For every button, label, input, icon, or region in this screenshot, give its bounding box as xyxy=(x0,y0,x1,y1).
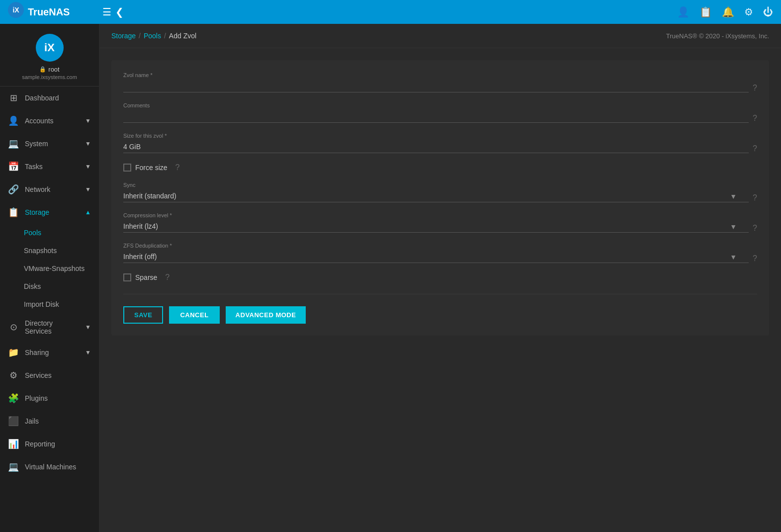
dedup-field: ZFS Deduplication * Inherit (off) On Off… xyxy=(123,243,757,263)
accounts-expand-icon: ▼ xyxy=(85,117,91,124)
zvol-name-label: Zvol name * xyxy=(123,72,749,78)
power-icon[interactable]: ⏻ xyxy=(763,6,773,18)
size-field: Size for this zvol * ? xyxy=(123,133,757,153)
accounts-icon: 👤 xyxy=(8,115,19,126)
sidebar-item-import-disk[interactable]: Import Disk xyxy=(0,295,99,313)
sync-label: Sync xyxy=(123,182,749,188)
compression-label: Compression level * xyxy=(123,212,749,218)
breadcrumb-sep-1: / xyxy=(139,32,141,40)
compression-field: Compression level * Inherit (lz4) Off lz… xyxy=(123,212,757,233)
tasks-expand-icon: ▼ xyxy=(85,163,91,170)
sidebar-item-plugins[interactable]: 🧩 Plugins xyxy=(0,387,99,410)
jails-icon: ⬛ xyxy=(8,416,19,427)
plugins-icon: 🧩 xyxy=(8,393,19,404)
topbar-icons: 👤 📋 🔔 ⚙ ⏻ xyxy=(677,6,773,18)
hamburger-button[interactable]: ☰ xyxy=(102,6,111,18)
sidebar-item-pools[interactable]: Pools xyxy=(0,224,99,242)
storage-icon: 📋 xyxy=(8,207,19,218)
breadcrumb-current: Add Zvol xyxy=(169,32,196,40)
dedup-label: ZFS Deduplication * xyxy=(123,243,749,249)
sidebar: iX 🔒 root sample.ixsystems.com ⊞ Dashboa… xyxy=(0,24,99,532)
sidebar-item-services[interactable]: ⚙ Services xyxy=(0,364,99,387)
directory-expand-icon: ▼ xyxy=(85,324,91,331)
add-zvol-form: Zvol name * ? Comments ? xyxy=(111,60,769,336)
system-icon: 💻 xyxy=(8,138,19,149)
sync-field: Sync Inherit (standard) Standard Always … xyxy=(123,182,757,202)
form-actions: SAVE CANCEL ADVANCED MODE xyxy=(123,306,757,324)
sidebar-item-dashboard[interactable]: ⊞ Dashboard xyxy=(0,87,99,109)
user-icon[interactable]: 👤 xyxy=(677,6,690,18)
system-expand-icon: ▼ xyxy=(85,140,91,147)
sidebar-item-sharing[interactable]: 📁 Sharing ▼ xyxy=(0,341,99,364)
sparse-help-icon[interactable]: ? xyxy=(165,273,170,282)
advanced-mode-button[interactable]: ADVANCED MODE xyxy=(226,306,306,324)
sharing-icon: 📁 xyxy=(8,347,19,358)
dedup-help-icon[interactable]: ? xyxy=(753,254,757,263)
main-content: Storage / Pools / Add Zvol TrueNAS® © 20… xyxy=(99,24,781,532)
directory-icon: ⊙ xyxy=(8,322,19,333)
sidebar-item-vmware-snapshots[interactable]: VMware-Snapshots xyxy=(0,260,99,277)
dedup-select[interactable]: Inherit (off) On Off Verify xyxy=(123,251,749,263)
sidebar-item-tasks[interactable]: 📅 Tasks ▼ xyxy=(0,155,99,178)
profile-name: 🔒 root xyxy=(39,66,59,73)
sidebar-item-virtual-machines[interactable]: 💻 Virtual Machines xyxy=(0,455,99,478)
breadcrumb-pools[interactable]: Pools xyxy=(144,32,161,40)
comments-label: Comments xyxy=(123,102,749,108)
sparse-row: Sparse ? xyxy=(123,273,757,282)
zvol-name-help-icon[interactable]: ? xyxy=(753,84,757,92)
sharing-expand-icon: ▼ xyxy=(85,349,91,356)
network-expand-icon: ▼ xyxy=(85,186,91,193)
sparse-label: Sparse xyxy=(135,273,157,281)
sidebar-item-accounts[interactable]: 👤 Accounts ▼ xyxy=(0,109,99,132)
logo-icon: iX xyxy=(8,2,24,18)
save-button[interactable]: SAVE xyxy=(123,306,163,324)
compression-help-icon[interactable]: ? xyxy=(753,224,757,233)
size-help-icon[interactable]: ? xyxy=(753,144,757,153)
app-name: TrueNAS xyxy=(28,6,70,18)
comments-help-icon[interactable]: ? xyxy=(753,114,757,123)
user-profile: iX 🔒 root sample.ixsystems.com xyxy=(0,24,99,87)
force-size-row: Force size ? xyxy=(123,163,757,172)
force-size-help-icon[interactable]: ? xyxy=(175,163,180,172)
sidebar-item-reporting[interactable]: 📊 Reporting xyxy=(0,433,99,455)
bell-icon[interactable]: 🔔 xyxy=(722,6,734,18)
comments-field: Comments ? xyxy=(123,102,757,123)
avatar: iX xyxy=(36,34,64,62)
back-button[interactable]: ❮ xyxy=(115,6,124,18)
reporting-icon: 📊 xyxy=(8,439,19,449)
sidebar-item-directory-services[interactable]: ⊙ Directory Services ▼ xyxy=(0,313,99,341)
sidebar-item-jails[interactable]: ⬛ Jails xyxy=(0,410,99,433)
sidebar-item-system[interactable]: 💻 System ▼ xyxy=(0,132,99,155)
sync-select[interactable]: Inherit (standard) Standard Always Disab… xyxy=(123,190,749,202)
sparse-checkbox[interactable] xyxy=(123,273,131,281)
sidebar-item-network[interactable]: 🔗 Network ▼ xyxy=(0,178,99,201)
size-label: Size for this zvol * xyxy=(123,133,749,139)
cancel-button[interactable]: CANCEL xyxy=(169,306,219,324)
zvol-name-input[interactable] xyxy=(123,80,749,92)
sync-help-icon[interactable]: ? xyxy=(753,193,757,202)
sidebar-item-snapshots[interactable]: Snapshots xyxy=(0,242,99,260)
sidebar-item-disks[interactable]: Disks xyxy=(0,277,99,295)
profile-host: sample.ixsystems.com xyxy=(22,74,77,80)
compression-select[interactable]: Inherit (lz4) Off lz4 gzip zle lzjb xyxy=(123,220,749,233)
sidebar-item-storage[interactable]: 📋 Storage ▲ xyxy=(0,201,99,224)
network-icon: 🔗 xyxy=(8,184,19,195)
tasks-icon: 📅 xyxy=(8,161,19,172)
breadcrumb: Storage / Pools / Add Zvol TrueNAS® © 20… xyxy=(99,24,781,48)
form-divider xyxy=(123,294,757,294)
settings-icon[interactable]: ⚙ xyxy=(744,6,753,18)
zvol-name-field: Zvol name * ? xyxy=(123,72,757,92)
storage-expand-icon: ▲ xyxy=(85,209,91,216)
vm-icon: 💻 xyxy=(8,461,19,472)
brand-text: TrueNAS® © 2020 - iXsystems, Inc. xyxy=(666,32,769,40)
clipboard-icon[interactable]: 📋 xyxy=(699,6,712,18)
force-size-checkbox[interactable] xyxy=(123,164,131,172)
comments-input[interactable] xyxy=(123,110,749,123)
topbar: iX TrueNAS ☰ ❮ 👤 📋 🔔 ⚙ ⏻ xyxy=(0,0,781,24)
breadcrumb-sep-2: / xyxy=(164,32,166,40)
force-size-label: Force size xyxy=(135,164,168,172)
size-input[interactable] xyxy=(123,141,749,153)
services-icon: ⚙ xyxy=(8,370,19,381)
breadcrumb-storage[interactable]: Storage xyxy=(111,32,136,40)
dashboard-icon: ⊞ xyxy=(8,92,19,103)
